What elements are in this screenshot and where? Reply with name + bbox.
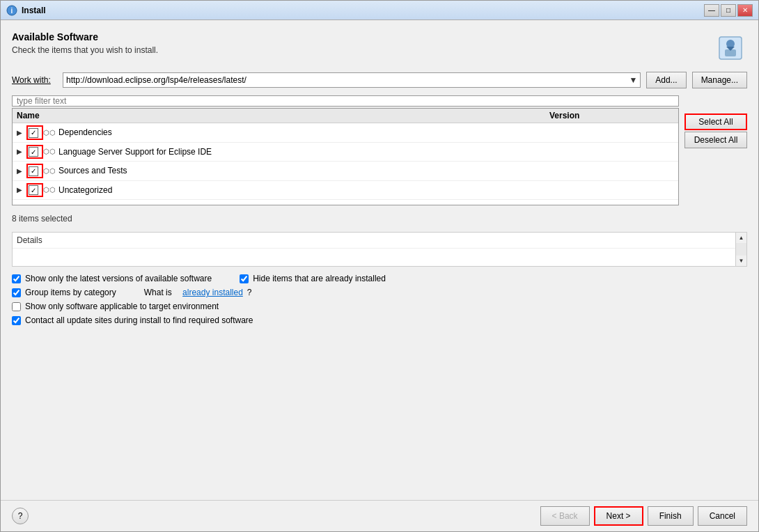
back-button[interactable]: < Back [540, 506, 590, 526]
already-installed-link[interactable]: already installed [182, 288, 243, 297]
options-section: Show only the latest versions of availab… [12, 274, 747, 325]
window-icon: i [6, 5, 17, 16]
filter-and-table-wrapper: Name Version ▶ ⬡⬡ Dependencies [12, 95, 679, 205]
header-left: Available Software Check the items that … [12, 31, 158, 55]
page-title: Available Software [12, 31, 158, 42]
options-row-3: Show only software applicable to target … [12, 302, 747, 311]
svg-text:i: i [11, 7, 13, 15]
options-row-2: Group items by category What is already … [12, 288, 747, 297]
maximize-button[interactable]: □ [721, 4, 736, 17]
package-icon: ⬡⬡ [43, 147, 56, 157]
checkbox-highlight [26, 125, 43, 140]
cancel-button[interactable]: Cancel [698, 506, 747, 526]
contact-update-label: Contact all update sites during install … [25, 315, 253, 325]
option-contact-update[interactable]: Contact all update sites during install … [12, 315, 253, 325]
row-label-sources: Sources and Tests [58, 166, 674, 175]
group-category-label: Group items by category [25, 288, 116, 297]
details-scrollbar: ▲ ▼ [735, 233, 746, 266]
expand-arrow-icon[interactable]: ▶ [17, 129, 25, 136]
main-content: Available Software Check the items that … [1, 20, 758, 500]
row-checkbox-dependencies[interactable] [29, 128, 38, 138]
finish-button[interactable]: Finish [648, 506, 694, 526]
work-with-url: http://download.eclipse.org/lsp4e/releas… [66, 75, 247, 85]
checkbox-highlight [26, 164, 43, 178]
install-dialog: i Install — □ ✕ Available Software Check… [0, 0, 759, 532]
contact-update-checkbox[interactable] [12, 316, 21, 325]
col-version-header: Version [455, 111, 674, 120]
show-applicable-checkbox[interactable] [12, 302, 21, 311]
filter-section: Name Version ▶ ⬡⬡ Dependencies [12, 95, 747, 205]
hide-installed-label: Hide items that are already installed [253, 274, 386, 283]
dropdown-arrow-icon: ▼ [629, 75, 637, 85]
work-with-dropdown[interactable]: http://download.eclipse.org/lsp4e/releas… [63, 72, 641, 88]
col-name-header: Name [17, 111, 455, 120]
row-label-dependencies: Dependencies [58, 127, 674, 137]
row-checkbox-sources[interactable] [29, 166, 38, 176]
options-row-1: Show only the latest versions of availab… [12, 274, 747, 283]
hide-installed-checkbox[interactable] [240, 274, 249, 283]
table-row: ▶ ⬡⬡ Language Server Support for Eclipse… [13, 143, 678, 162]
show-latest-label: Show only the latest versions of availab… [25, 274, 212, 283]
table-row: ▶ ⬡⬡ Sources and Tests [13, 162, 678, 181]
what-is-installed: What is already installed ? [144, 288, 252, 297]
filter-input[interactable] [12, 95, 679, 107]
row-label-uncategorized: Uncategorized [58, 185, 674, 195]
option-show-latest[interactable]: Show only the latest versions of availab… [12, 274, 212, 283]
window-title: Install [22, 6, 704, 15]
expand-arrow-icon[interactable]: ▶ [17, 148, 25, 155]
checkbox-highlight [26, 183, 43, 198]
option-hide-installed[interactable]: Hide items that are already installed [240, 274, 386, 283]
title-bar-buttons: — □ ✕ [704, 4, 753, 17]
what-is-text: What is [144, 288, 172, 297]
row-label-lsp: Language Server Support for Eclipse IDE [58, 147, 674, 157]
minimize-button[interactable]: — [704, 4, 719, 17]
add-button[interactable]: Add... [646, 72, 686, 88]
expand-arrow-icon[interactable]: ▶ [17, 167, 25, 175]
select-deselect-section: Select All Deselect All [684, 95, 747, 148]
table-row: ▶ ⬡⬡ Uncategorized [13, 181, 678, 201]
install-icon [714, 31, 747, 65]
help-button[interactable]: ? [12, 508, 29, 524]
option-group-category[interactable]: Group items by category [12, 288, 116, 297]
show-applicable-label: Show only software applicable to target … [25, 302, 219, 311]
option-show-applicable[interactable]: Show only software applicable to target … [12, 302, 219, 311]
deselect-all-button[interactable]: Deselect All [684, 132, 747, 148]
checkbox-highlight [26, 145, 43, 159]
question-mark: ? [247, 288, 252, 297]
work-with-row: Work with: http://download.eclipse.org/l… [12, 72, 747, 88]
bottom-bar: ? < Back Next > Finish Cancel [1, 500, 758, 531]
show-latest-checkbox[interactable] [12, 274, 21, 283]
details-section: Details ▲ ▼ [12, 232, 747, 267]
select-all-button[interactable]: Select All [684, 114, 747, 130]
software-table: Name Version ▶ ⬡⬡ Dependencies [12, 108, 679, 205]
items-selected-label: 8 items selected [12, 212, 747, 225]
package-icon: ⬡⬡ [43, 166, 56, 175]
header-section: Available Software Check the items that … [12, 31, 747, 65]
group-category-checkbox[interactable] [12, 288, 21, 297]
details-label: Details [13, 233, 746, 249]
close-button[interactable]: ✕ [737, 4, 753, 17]
package-icon: ⬡⬡ [43, 127, 56, 137]
expand-arrow-icon[interactable]: ▶ [17, 186, 25, 194]
scroll-track[interactable] [736, 243, 746, 256]
row-checkbox-uncategorized[interactable] [29, 185, 38, 195]
row-checkbox-lsp[interactable] [29, 147, 38, 157]
work-with-label: Work with: [12, 75, 57, 85]
package-icon: ⬡⬡ [43, 185, 56, 195]
manage-button[interactable]: Manage... [692, 72, 747, 88]
nav-buttons: < Back Next > Finish Cancel [540, 506, 747, 526]
page-subtitle: Check the items that you wish to install… [12, 45, 158, 55]
scroll-up-icon[interactable]: ▲ [737, 233, 746, 243]
table-row: ▶ ⬡⬡ Dependencies [13, 123, 678, 143]
table-header: Name Version [13, 109, 678, 123]
scroll-down-icon[interactable]: ▼ [737, 256, 746, 266]
title-bar: i Install — □ ✕ [1, 1, 758, 20]
next-button[interactable]: Next > [594, 506, 643, 526]
options-row-4: Contact all update sites during install … [12, 315, 747, 325]
